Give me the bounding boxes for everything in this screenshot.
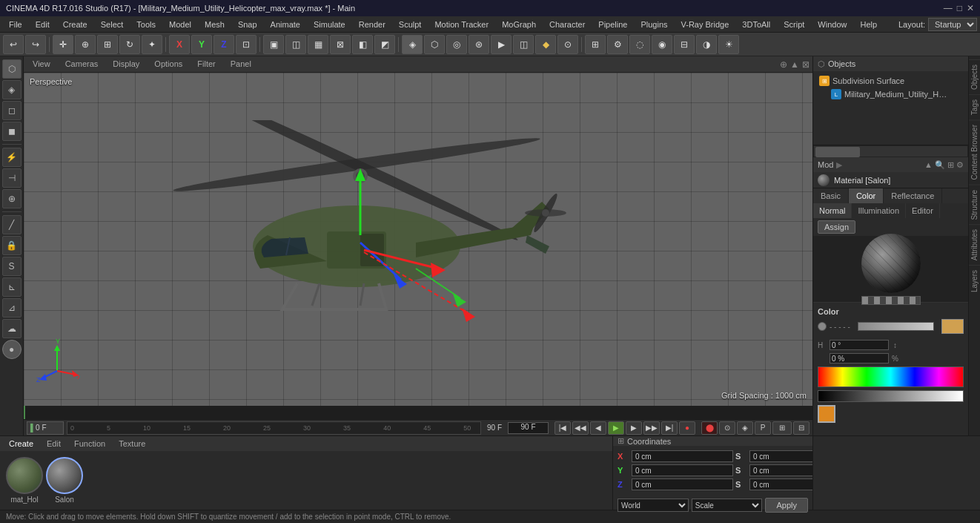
move-btn[interactable]: ⊕ (75, 35, 96, 54)
scrollbar-thumb[interactable] (815, 147, 860, 157)
apply-button[interactable]: Apply (765, 498, 808, 513)
menu-file[interactable]: File (3, 19, 28, 30)
menu-mograph[interactable]: MoGraph (496, 19, 542, 30)
anim-mode-btn[interactable]: ▶ (491, 35, 511, 54)
menu-help[interactable]: Help (854, 19, 883, 30)
ikfk-btn[interactable]: P (755, 421, 771, 435)
vp-tab-view[interactable]: View (27, 58, 56, 71)
attr-sub-normal[interactable]: Normal (813, 203, 852, 218)
window-controls[interactable]: — □ ✕ (944, 3, 974, 13)
z-axis-btn[interactable]: Z (213, 35, 234, 54)
scale-btn[interactable]: ⊞ (97, 35, 118, 54)
coord-scale-select[interactable]: Scale Size (692, 499, 763, 512)
tweak-btn[interactable]: ⚡ (2, 148, 21, 167)
vp-tab-options[interactable]: Options (148, 58, 188, 71)
snap-angle-btn[interactable]: ◑ (696, 35, 717, 54)
tool2-btn[interactable]: 🔒 (2, 236, 21, 255)
menu-plugins[interactable]: Plugins (635, 19, 673, 30)
render-btn[interactable]: ◆ (535, 35, 556, 54)
viewport-6-btn[interactable]: ◩ (374, 35, 395, 54)
attr-up-icon[interactable]: ▲ (924, 160, 933, 170)
attr-tab-color[interactable]: Color (849, 188, 884, 203)
transform-btn[interactable]: ✦ (142, 35, 162, 54)
tool4-btn[interactable]: ⊾ (2, 277, 21, 297)
attr-options-icon[interactable]: ⚙ (956, 160, 964, 170)
close-btn[interactable]: ✕ (967, 3, 974, 13)
expand-btn[interactable]: ⊟ (793, 421, 810, 435)
menu-character[interactable]: Character (543, 19, 591, 30)
attr-sub-editor[interactable]: Editor (906, 203, 940, 218)
y-axis-btn[interactable]: Y (191, 35, 212, 54)
snap-type-btn[interactable]: ◌ (629, 35, 650, 54)
attr-tab-reflectance[interactable]: Reflectance (884, 188, 942, 203)
color-dot[interactable] (818, 322, 827, 331)
vp-icon-2[interactable]: ▲ (790, 59, 799, 70)
z-pos-input[interactable] (632, 478, 733, 490)
model-mode-btn[interactable]: ◈ (402, 35, 423, 54)
viewport-5-btn[interactable]: ◧ (352, 35, 373, 54)
percent-input[interactable] (830, 353, 889, 364)
camera-btn[interactable]: ⊙ (557, 35, 578, 54)
layout-dropdown[interactable]: Startup (928, 18, 977, 31)
grid-btn[interactable]: ⊞ (772, 421, 792, 435)
menu-simulate[interactable]: Simulate (308, 19, 351, 30)
far-tab-attributes[interactable]: Attributes (969, 224, 980, 265)
light-btn[interactable]: ☀ (718, 35, 739, 54)
x-axis-btn[interactable]: X (169, 35, 190, 54)
color-swatch-right[interactable] (941, 319, 964, 334)
menu-tools[interactable]: Tools (130, 19, 162, 30)
x-pos-input[interactable] (632, 450, 733, 462)
prev-frame-btn[interactable]: ◀ (590, 421, 606, 435)
kf-tab-texture[interactable]: Texture (114, 438, 150, 450)
mat-thumb-1[interactable] (6, 457, 43, 494)
rotate-btn[interactable]: ↻ (119, 35, 140, 54)
kf-tab-edit[interactable]: Edit (42, 438, 65, 450)
timeline-ruler[interactable]: 0 5 10 15 20 25 30 35 40 45 50 55 (67, 421, 481, 435)
maximize-btn[interactable]: □ (957, 3, 962, 13)
axis-lock-btn[interactable]: ⊕ (2, 189, 21, 208)
hue-spectrum[interactable] (818, 366, 964, 387)
select-mode-btn[interactable]: ✛ (53, 35, 73, 54)
tool1-btn[interactable]: ╱ (2, 215, 21, 234)
goto-end-btn[interactable]: ▶| (661, 421, 678, 435)
menu-render[interactable]: Render (353, 19, 391, 30)
undo-btn[interactable]: ↩ (3, 35, 24, 54)
vp-icon-3[interactable]: ⊠ (802, 59, 810, 70)
viewport-3-btn[interactable]: ▦ (308, 35, 328, 54)
next-frame-btn[interactable]: ▶ (626, 421, 642, 435)
vp-tab-filter[interactable]: Filter (191, 58, 221, 71)
point-mode-btn[interactable]: ◈ (2, 80, 21, 99)
menu-window[interactable]: Window (812, 19, 852, 30)
play-btn[interactable]: ▶ (608, 421, 624, 435)
menu-3dtoall[interactable]: 3DToAll (736, 19, 776, 30)
tool5-btn[interactable]: ⊿ (2, 298, 21, 318)
menu-mesh[interactable]: Mesh (199, 19, 231, 30)
object-row-helicopter[interactable]: L Military_Medium_Utility_Helicopt... (816, 88, 965, 101)
frame-input[interactable]: 90 F (508, 422, 549, 434)
attr-sub-illumination[interactable]: Illumination (852, 203, 906, 218)
vp-tab-cameras[interactable]: Cameras (59, 58, 105, 71)
tool7-btn[interactable]: ● (2, 340, 21, 359)
snap-type2-btn[interactable]: ◉ (652, 35, 672, 54)
vp-tab-display[interactable]: Display (107, 58, 145, 71)
mat-thumb-item-1[interactable]: mat_Hol (6, 457, 43, 504)
h-input[interactable] (830, 340, 889, 350)
viewport-3d[interactable]: Perspective (24, 73, 812, 406)
current-color-swatch[interactable] (818, 405, 835, 423)
panel-scrollbar[interactable] (813, 145, 968, 157)
menu-script[interactable]: Script (778, 19, 810, 30)
next-key-btn[interactable]: ▶▶ (643, 421, 660, 435)
record-btn[interactable]: ● (679, 421, 695, 435)
y-pos-input[interactable] (632, 464, 733, 476)
menu-model[interactable]: Model (163, 19, 197, 30)
kf-tab-function[interactable]: Function (70, 438, 110, 450)
far-tab-layers[interactable]: Layers (969, 265, 980, 297)
menu-animate[interactable]: Animate (265, 19, 306, 30)
snap-settings-btn[interactable]: ⚙ (607, 35, 628, 54)
vp-tab-panel[interactable]: Panel (225, 58, 257, 71)
object-mode-btn[interactable]: ⬡ (2, 59, 21, 79)
kf-tab-create[interactable]: Create (4, 438, 38, 450)
assign-button[interactable]: Assign (818, 220, 855, 234)
goto-start-btn[interactable]: |◀ (554, 421, 571, 435)
edge-mode-btn[interactable]: ◻ (2, 101, 21, 120)
